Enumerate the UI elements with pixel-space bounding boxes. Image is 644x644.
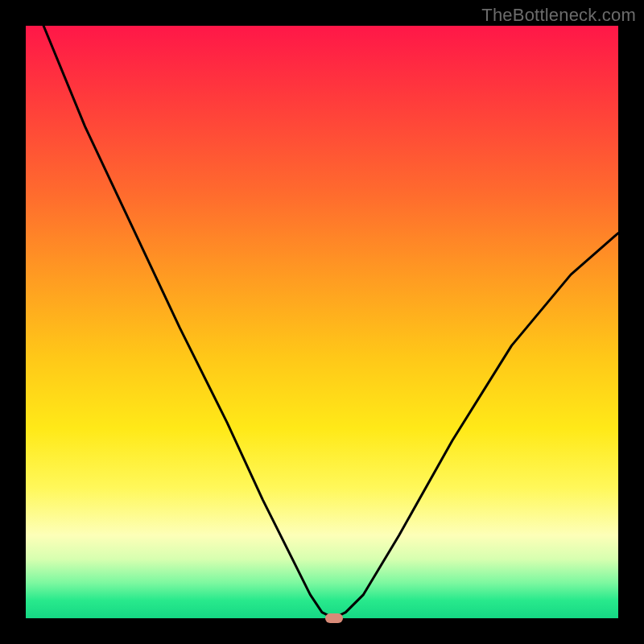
bottleneck-curve <box>26 26 618 618</box>
watermark-text: TheBottleneck.com <box>481 5 636 26</box>
plot-area <box>26 26 618 618</box>
optimal-point-marker <box>325 613 343 623</box>
chart-frame: TheBottleneck.com <box>0 0 644 644</box>
